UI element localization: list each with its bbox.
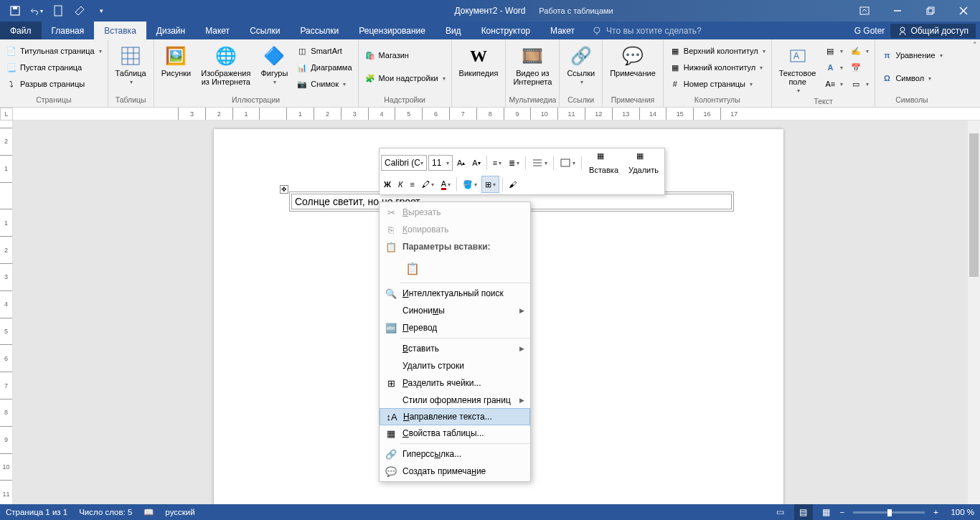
page-number-button[interactable]: #Номер страницы▾ xyxy=(666,76,768,92)
wikipedia-button[interactable]: WВикипедия xyxy=(455,42,503,80)
zoom-out-icon[interactable]: − xyxy=(840,508,845,516)
horizontal-ruler[interactable]: 3211234567891011121314151617 xyxy=(13,108,980,120)
paste-keep-source-icon[interactable]: 📋 xyxy=(402,258,423,278)
blank-page-button[interactable]: 📃Пустая страница xyxy=(3,60,105,75)
borders-icon[interactable]: ⊞▾ xyxy=(481,176,499,193)
word-count[interactable]: Число слов: 5 xyxy=(79,508,132,516)
tell-me-search[interactable]: Что вы хотите сделать? xyxy=(585,22,854,39)
alignment-icon[interactable]: ▾ xyxy=(529,154,550,171)
tab-references[interactable]: Ссылки xyxy=(240,22,290,39)
chart-button[interactable]: 📊Диаграмма xyxy=(293,60,354,75)
table-button[interactable]: Таблица▾ xyxy=(111,42,151,88)
cover-page-button[interactable]: 📄Титульная страница▾ xyxy=(3,43,105,59)
signature-button[interactable]: ✍▾ xyxy=(847,43,872,59)
table-border-icon[interactable]: ▾ xyxy=(557,154,578,171)
cm-synonyms[interactable]: Синонимы▶ xyxy=(380,302,530,319)
zoom-in-icon[interactable]: + xyxy=(933,508,938,516)
my-addins-button[interactable]: 🧩Мои надстройки▾ xyxy=(362,70,448,86)
tab-table-layout[interactable]: Макет xyxy=(540,22,585,39)
cm-table-properties[interactable]: ▦Свойства таблицы... xyxy=(380,425,530,442)
close-button[interactable] xyxy=(947,0,980,22)
symbol-button[interactable]: ΩСимвол▾ xyxy=(878,70,945,86)
scrollbar-thumb[interactable] xyxy=(969,133,979,277)
draw-table-icon[interactable] xyxy=(73,4,86,17)
cm-new-comment[interactable]: 💬Создать примечание xyxy=(380,463,530,480)
italic-icon[interactable]: К xyxy=(395,176,405,193)
ribbon-display-options-icon[interactable] xyxy=(848,0,881,22)
textbox-button[interactable]: AТекстовое поле▾ xyxy=(775,42,821,97)
online-video-button[interactable]: 🎞️Видео из Интернета xyxy=(509,42,556,89)
font-size-combo[interactable]: 11▾ xyxy=(428,155,453,171)
object-button[interactable]: ▭▾ xyxy=(847,76,872,92)
ruler-corner[interactable]: L xyxy=(0,108,13,120)
datetime-button[interactable]: 📅 xyxy=(847,60,872,75)
save-icon[interactable] xyxy=(9,4,22,17)
minimize-button[interactable] xyxy=(881,0,914,22)
tab-home[interactable]: Главная xyxy=(42,22,95,39)
footer-button[interactable]: ▦Нижний колонтитул▾ xyxy=(666,60,768,75)
cm-delete-rows[interactable]: Удалить строки xyxy=(380,357,530,374)
tab-layout[interactable]: Макет xyxy=(195,22,240,39)
align-center-icon[interactable]: ≡ xyxy=(407,176,417,193)
tab-design[interactable]: Дизайн xyxy=(146,22,195,39)
zoom-level[interactable]: 100 % xyxy=(943,508,974,516)
header-button[interactable]: ▦Верхний колонтитул▾ xyxy=(666,43,768,59)
equation-button[interactable]: πУравнение▾ xyxy=(878,47,945,63)
table-move-handle[interactable]: ✥ xyxy=(280,185,288,194)
page-break-button[interactable]: ⤵Разрыв страницы xyxy=(3,76,105,92)
online-pictures-button[interactable]: 🌐Изображения из Интернета xyxy=(197,42,255,89)
user-name[interactable]: G Goter xyxy=(854,26,885,36)
read-mode-icon[interactable]: ▭ xyxy=(771,504,790,520)
share-button[interactable]: Общий доступ xyxy=(890,24,976,38)
cm-border-styles[interactable]: Стили оформления границ▶ xyxy=(380,392,530,409)
font-family-combo[interactable]: Calibri (С▾ xyxy=(381,155,427,171)
zoom-slider[interactable] xyxy=(853,511,925,514)
spell-check-icon[interactable]: 📖 xyxy=(143,507,154,517)
mini-delete-button[interactable]: ▦Удалить xyxy=(624,150,663,176)
dropcap-button[interactable]: A≡▾ xyxy=(821,76,846,92)
cm-split-cells[interactable]: ⊞Разделить ячейки... xyxy=(380,374,530,392)
text-highlight-icon[interactable]: 🖍▾ xyxy=(419,176,437,193)
cm-smart-lookup[interactable]: 🔍Интеллектуальный поиск xyxy=(380,285,530,302)
vertical-ruler[interactable]: 2112345678910111213 xyxy=(0,120,13,504)
cm-hyperlink[interactable]: 🔗Гиперссылка... xyxy=(380,445,530,463)
pictures-button[interactable]: 🖼️Рисунки xyxy=(157,42,196,80)
tab-mailings[interactable]: Рассылки xyxy=(290,22,349,39)
format-painter-icon[interactable]: 🖌 xyxy=(506,176,519,193)
zoom-slider-thumb[interactable] xyxy=(887,509,892,516)
smartart-button[interactable]: ◫SmartArt xyxy=(293,43,354,59)
wordart-button[interactable]: A▾ xyxy=(821,60,846,75)
collapse-ribbon-icon[interactable]: ˄ xyxy=(973,41,977,50)
cm-text-direction[interactable]: ↕AНаправление текста... xyxy=(380,408,530,425)
web-layout-icon[interactable]: ▦ xyxy=(817,504,836,520)
tab-view[interactable]: Вид xyxy=(435,22,471,39)
cm-translate[interactable]: 🔤Перевод xyxy=(380,319,530,336)
increase-font-icon[interactable]: A▴ xyxy=(454,154,468,171)
tab-review[interactable]: Рецензирование xyxy=(349,22,435,39)
vertical-scrollbar[interactable] xyxy=(968,120,980,504)
shading-icon[interactable]: 🪣▾ xyxy=(460,176,480,193)
bullets-icon[interactable]: ≡▾ xyxy=(490,154,504,171)
store-button[interactable]: 🛍️Магазин xyxy=(362,47,448,63)
maximize-button[interactable] xyxy=(914,0,947,22)
bold-icon[interactable]: Ж xyxy=(381,176,394,193)
undo-icon[interactable]: ▾ xyxy=(30,4,43,17)
links-button[interactable]: 🔗Ссылки▾ xyxy=(562,42,599,88)
numbering-icon[interactable]: ≣▾ xyxy=(506,154,522,171)
tab-table-design[interactable]: Конструктор xyxy=(471,22,540,39)
decrease-font-icon[interactable]: A▾ xyxy=(469,154,483,171)
language-indicator[interactable]: русский xyxy=(165,508,194,516)
comment-button[interactable]: 💬Примечание xyxy=(606,42,660,80)
qat-customize-icon[interactable]: ▾ xyxy=(95,4,108,17)
mini-insert-button[interactable]: ▦Вставка xyxy=(585,150,623,176)
quick-parts-button[interactable]: ▤▾ xyxy=(821,43,846,59)
cm-insert[interactable]: Вставить▶ xyxy=(380,340,530,357)
page-indicator[interactable]: Страница 1 из 1 xyxy=(6,508,67,516)
tab-file[interactable]: Файл xyxy=(0,22,42,39)
print-layout-icon[interactable]: ▤ xyxy=(794,504,813,520)
font-color-icon[interactable]: A▾ xyxy=(438,176,453,193)
screenshot-button[interactable]: 📷Снимок▾ xyxy=(293,76,354,92)
new-doc-icon[interactable] xyxy=(52,4,65,17)
shapes-button[interactable]: 🔷Фигуры▾ xyxy=(256,42,292,88)
tab-insert[interactable]: Вставка xyxy=(94,22,146,39)
